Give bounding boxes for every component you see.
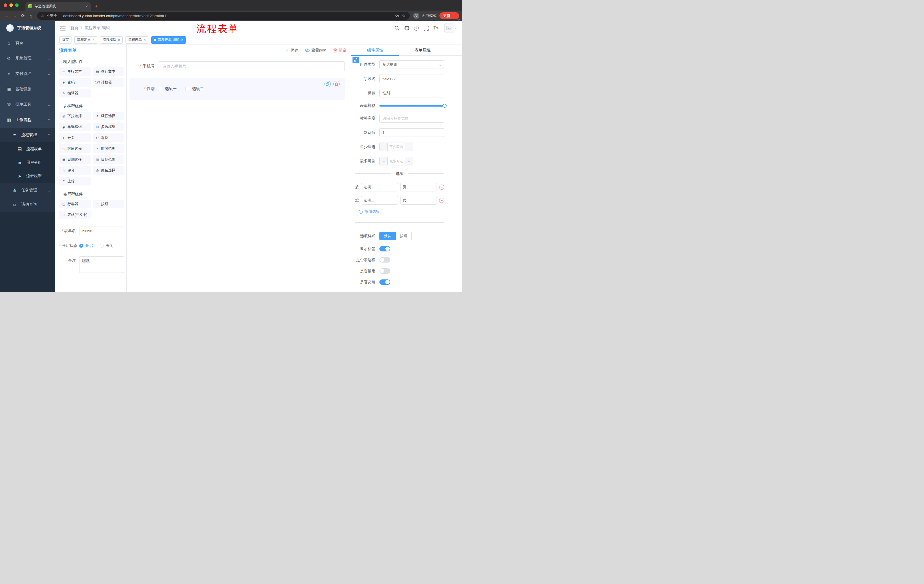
sidebar-item-payment-management[interactable]: ¥ 支付管理 [0, 66, 55, 81]
home-button[interactable]: ⌂ [27, 12, 35, 20]
palette-item-date-range[interactable]: ▥日期范围 [93, 155, 124, 164]
sidebar-item-workflow[interactable]: ▦ 工作流程 [0, 112, 55, 128]
option-drag-handle-icon[interactable] [355, 186, 359, 189]
tag-process-form-edit[interactable]: 流程表单-编辑 × [151, 36, 186, 44]
form-grid-slider[interactable] [380, 104, 444, 108]
sidebar-item-infrastructure[interactable]: ▣ 基础设施 [0, 81, 55, 97]
style-button-button[interactable]: 按钮 [396, 232, 412, 240]
palette-item-radio-group[interactable]: ◉单选框组 [59, 123, 91, 131]
title-input[interactable] [380, 89, 444, 97]
palette-item-upload[interactable]: ↥上传 [59, 177, 91, 186]
tag-process-model[interactable]: 流程模型 × [100, 36, 123, 44]
sidebar-item-system-management[interactable]: ⚙ 系统管理 [0, 51, 55, 66]
default-value-input[interactable] [380, 128, 444, 137]
tag-process-form[interactable]: 流程表单 × [125, 36, 148, 44]
palette-item-counter[interactable]: 123计数器 [93, 78, 124, 87]
breadcrumb-home[interactable]: 首页 [70, 25, 78, 31]
copy-component-button[interactable] [325, 81, 331, 87]
min-select-value[interactable]: 至少应选 [388, 143, 405, 151]
close-icon[interactable]: × [144, 38, 146, 42]
status-off-radio[interactable]: 关闭 [100, 243, 114, 248]
option-1-value-input[interactable] [400, 183, 437, 191]
incognito-badge[interactable]: 无痕模式 [413, 13, 437, 19]
form-remark-textarea[interactable]: 嘿嘿 [79, 256, 124, 273]
palette-item-multi-line-text[interactable]: ▤多行文本 [93, 67, 124, 76]
show-label-switch[interactable] [380, 246, 390, 252]
component-type-select[interactable]: 多选框组 [380, 60, 444, 69]
phone-input[interactable] [158, 61, 345, 71]
add-option-button[interactable]: + 添加选项 [359, 209, 444, 214]
link-icon[interactable] [353, 57, 359, 63]
max-select-value[interactable]: 最多可选 [388, 157, 405, 165]
forward-button[interactable]: → [11, 12, 19, 20]
slider-handle[interactable] [442, 104, 447, 108]
search-icon[interactable] [394, 25, 400, 31]
palette-item-color-picker[interactable]: ◍颜色选择 [93, 166, 124, 174]
increase-button[interactable]: + [405, 157, 413, 165]
option-2-value-input[interactable] [400, 196, 437, 204]
sidebar-item-process-management[interactable]: ≡ 流程管理 [0, 128, 55, 142]
reload-button[interactable]: ⟳ [19, 12, 27, 20]
label-width-input[interactable] [380, 114, 444, 123]
close-icon[interactable]: × [92, 38, 95, 42]
palette-item-table[interactable]: ⊞表格[开发中] [59, 211, 91, 219]
option-1-name-input[interactable] [361, 183, 398, 191]
help-icon[interactable]: ? [414, 26, 419, 31]
option-2-name-input[interactable] [361, 196, 398, 204]
fullscreen-icon[interactable] [423, 25, 429, 31]
user-menu[interactable] [444, 23, 457, 33]
sidebar-item-dev-tools[interactable]: ⚒ 研发工具 [0, 97, 55, 112]
decrease-button[interactable]: − [380, 143, 388, 151]
palette-item-date-picker[interactable]: ▦日期选择 [59, 155, 91, 164]
back-button[interactable]: ← [3, 12, 11, 20]
sidebar-item-leave-query[interactable]: ☺ 请假查询 [0, 197, 55, 212]
address-bar[interactable]: ⚠ 不安全 dashboard.yudao.iocoder.cn/bpm/man… [37, 12, 410, 20]
close-icon[interactable]: × [118, 38, 120, 42]
border-switch[interactable] [380, 257, 390, 263]
password-key-icon[interactable] [395, 13, 400, 18]
palette-item-checkbox-group[interactable]: ☑多选框组 [93, 123, 124, 131]
palette-item-slider[interactable]: ↦滑块 [93, 133, 124, 142]
sidebar-item-user-group[interactable]: ☻ 用户分组 [0, 156, 55, 169]
browser-menu-icon[interactable]: ⋮ [450, 14, 458, 18]
minimize-window-button[interactable] [10, 3, 13, 7]
canvas-body[interactable]: 手机号 性别 选项一 选项二 [127, 56, 351, 292]
form-name-input[interactable] [79, 227, 124, 235]
tag-process-definition[interactable]: 流程定义 × [74, 36, 97, 44]
status-on-radio[interactable]: 开启 [79, 243, 93, 248]
palette-item-single-line-text[interactable]: ▭单行文本 [59, 67, 91, 76]
gender-option-2-checkbox[interactable]: 选项二 [185, 86, 204, 91]
clear-button[interactable]: 清空 [333, 48, 346, 53]
disabled-switch[interactable] [380, 268, 390, 274]
remove-option-button[interactable]: − [439, 198, 444, 203]
palette-item-password[interactable]: ◈密码 [59, 78, 91, 87]
bookmark-star-icon[interactable]: ☆ [402, 13, 406, 18]
close-icon[interactable]: × [181, 38, 183, 42]
gender-field-selected[interactable]: 性别 选项一 选项二 [130, 78, 345, 100]
palette-item-time-picker[interactable]: ◷时间选择 [59, 144, 91, 153]
style-default-button[interactable]: 默认 [380, 232, 396, 240]
slider-track[interactable] [380, 105, 444, 107]
sidebar-item-home[interactable]: ⌂ 首页 [0, 35, 55, 51]
sidebar-item-task-management[interactable]: ⋔ 任务管理 [0, 183, 55, 197]
tab-close-icon[interactable]: × [86, 4, 88, 8]
sidebar-item-process-form[interactable]: ▤ 流程表单 [0, 142, 55, 156]
decrease-button[interactable]: − [380, 157, 388, 165]
palette-item-row-container[interactable]: ▢行容器 [59, 200, 91, 208]
tag-home[interactable]: 首页 [59, 36, 71, 44]
palette-item-cascader[interactable]: ⋔级联选择 [93, 112, 124, 120]
palette-item-rate[interactable]: ☆评分 [59, 166, 91, 174]
browser-update-button[interactable]: 更新 ⋮ [439, 12, 459, 19]
close-window-button[interactable] [4, 3, 7, 7]
palette-item-button[interactable]: ☝按钮 [93, 200, 124, 208]
remove-option-button[interactable]: − [439, 184, 444, 190]
new-tab-button[interactable]: + [95, 3, 98, 10]
save-button[interactable]: ✓ 保存 [285, 48, 298, 53]
palette-item-time-range[interactable]: ◔时间范围 [93, 144, 124, 153]
sidebar-item-process-model[interactable]: ➤ 流程模型 [0, 169, 55, 183]
tab-component-props[interactable]: 组件属性 [351, 45, 399, 56]
font-size-icon[interactable]: T⇅ [433, 25, 439, 31]
required-switch[interactable] [380, 280, 390, 285]
option-drag-handle-icon[interactable] [355, 199, 359, 202]
phone-field-row[interactable]: 手机号 [130, 61, 345, 71]
